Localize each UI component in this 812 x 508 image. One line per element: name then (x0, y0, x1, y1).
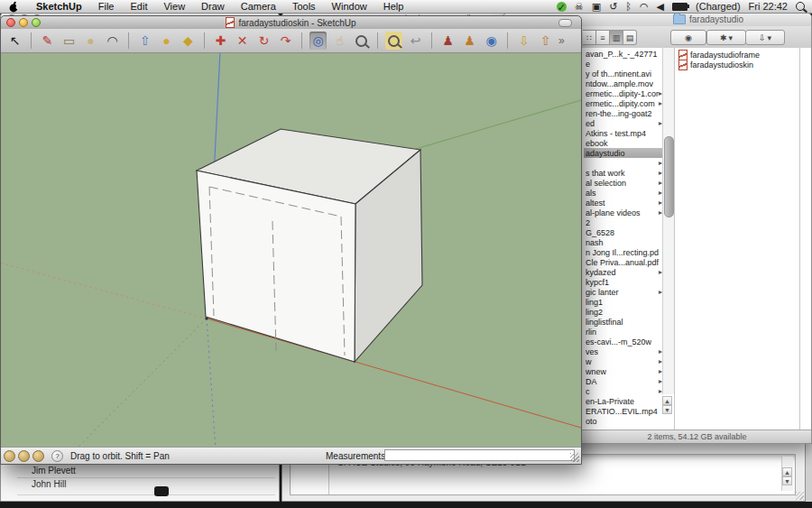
pushpull-tool[interactable]: ⇧ (136, 32, 153, 50)
file-row[interactable]: faradaystudioskin (678, 60, 796, 69)
file-row[interactable]: al selection▸ (586, 178, 662, 188)
menu-camera[interactable]: Camera (233, 1, 284, 12)
previous-view-tool[interactable]: ↩ (407, 32, 424, 50)
file-row[interactable]: rlin▸ (586, 327, 662, 337)
zoom-tool[interactable] (353, 32, 370, 50)
scroll-down-button[interactable]: ▼ (662, 405, 672, 414)
rectangle-tool[interactable]: ▭ (60, 32, 78, 50)
scroll-up-button[interactable]: ▲ (662, 396, 672, 405)
file-row[interactable]: ERATIO...EVIL.mp4▸ (586, 406, 662, 416)
resize-grip[interactable] (796, 492, 804, 500)
file-row[interactable]: wnew▸ (586, 366, 662, 376)
arc-tool[interactable]: ◠ (104, 32, 121, 50)
icon-view-button[interactable]: ∷ (583, 30, 596, 45)
file-row[interactable]: G_6528▸ (586, 227, 662, 237)
file-row[interactable]: ermetic...dipity-1.com▸ (586, 88, 662, 98)
contact-name[interactable]: Jim Plevett (32, 466, 76, 476)
file-row[interactable]: Atkins - test.mp4▸ (586, 128, 662, 138)
zoom-extents-tool[interactable] (385, 32, 402, 50)
file-row[interactable]: adaystudio▸ (584, 148, 672, 158)
select-tool[interactable]: ↖ (6, 32, 23, 50)
file-row[interactable]: kypcf1▸ (586, 277, 662, 287)
move-tool[interactable]: ✚ (212, 32, 229, 50)
rotate-tool[interactable]: ↻ (255, 32, 272, 50)
file-row[interactable]: nash▸ (586, 237, 662, 247)
column1-scrollbar[interactable] (662, 48, 674, 394)
file-row[interactable]: ling2▸ (586, 307, 662, 317)
credit-icon[interactable] (18, 450, 30, 462)
file-row[interactable]: ebook▸ (586, 138, 662, 148)
file-row[interactable]: als▸ (586, 188, 662, 198)
toolbar-toggle-pill[interactable] (558, 19, 572, 27)
resize-grip[interactable] (570, 453, 579, 462)
file-row[interactable]: kydazed▸ (586, 267, 662, 277)
file-row[interactable]: ▸ (586, 158, 662, 168)
file-row[interactable]: ves▸ (586, 346, 662, 356)
model-canvas[interactable] (1, 53, 581, 448)
file-row[interactable]: e▸ (586, 59, 662, 69)
coverflow-view-button[interactable]: ▤ (623, 30, 637, 45)
file-row[interactable]: gic lanter▸ (586, 287, 662, 297)
battery-icon[interactable] (672, 3, 687, 11)
get-models-tool[interactable]: ⇩ (515, 32, 532, 50)
file-row[interactable]: ntdow...ample.mov▸ (586, 79, 662, 88)
apple-menu-icon[interactable] (9, 1, 19, 13)
dropdown-menu-button[interactable]: ⇩▾ (745, 30, 785, 45)
file-row[interactable]: c▸ (586, 386, 662, 396)
contact-name[interactable]: John Hill (32, 479, 66, 489)
geolocation-icon[interactable] (4, 450, 15, 462)
file-row[interactable]: al-plane videos▸ (586, 208, 662, 217)
menu-file[interactable]: File (90, 1, 123, 12)
file-row[interactable]: oto▸ (586, 416, 662, 426)
skull-icon[interactable]: ☠ (575, 1, 584, 12)
file-row[interactable]: avan_P...k_-_42771▸ (586, 49, 662, 59)
menu-window[interactable]: Window (324, 1, 375, 12)
orbit-tool[interactable]: ◎ (309, 32, 327, 50)
file-row[interactable]: Cle Priva...anual.pdf▸ (586, 257, 662, 267)
add-location-tool[interactable]: ♟ (439, 32, 457, 50)
help-icon[interactable]: ? (51, 450, 63, 462)
column-view-button[interactable]: ▥ (610, 30, 623, 45)
file-row[interactable]: w▸ (586, 356, 662, 366)
file-row[interactable]: ermetic...dipity.com▸ (586, 98, 662, 108)
list-view-button[interactable]: ≡ (596, 30, 610, 45)
file-row[interactable]: ling1▸ (586, 297, 662, 307)
file-row[interactable]: en-La-Private▸ (586, 396, 662, 406)
sync-ok-icon[interactable]: ✓ (557, 2, 567, 12)
time-machine-icon[interactable]: ↺ (609, 1, 617, 12)
quick-look-button[interactable]: ◉ (670, 30, 706, 45)
file-row[interactable]: ed▸ (586, 118, 662, 128)
volume-icon[interactable]: ◀ (657, 1, 664, 12)
share-model-tool[interactable]: ⇧ (537, 32, 554, 50)
file-row[interactable]: es-cavi...-m_520w▸ (586, 337, 662, 346)
line-tool[interactable]: ✎ (39, 32, 56, 50)
menu-help[interactable]: Help (375, 1, 412, 12)
followme-tool[interactable]: ↷ (277, 32, 294, 50)
sketchup-titlebar[interactable]: faradaystudioskin - SketchUp (1, 16, 581, 30)
tape-measure-tool[interactable]: ● (158, 32, 175, 50)
google-earth-tool[interactable]: ◉ (483, 32, 500, 50)
file-row[interactable]: altest▸ (586, 198, 662, 208)
wifi-icon[interactable]: ◠ (640, 1, 649, 12)
menu-draw[interactable]: Draw (193, 1, 233, 12)
action-menu-button[interactable]: ✱▾ (706, 30, 746, 45)
scrollbar-thumb[interactable] (664, 136, 674, 217)
scroll-down-button[interactable]: ▼ (782, 476, 792, 485)
menu-view[interactable]: View (155, 1, 193, 12)
file-row[interactable]: DA▸ (586, 376, 662, 386)
file-row[interactable]: 2▸ (586, 217, 662, 227)
file-row[interactable]: ren-the...ing-goat2▸ (586, 108, 662, 118)
menu-sketchup[interactable]: SketchUp (28, 1, 90, 12)
file-row[interactable]: s that work▸ (586, 168, 662, 178)
scroll-up-button[interactable]: ▲ (782, 467, 792, 476)
battery-status[interactable]: (Charged) (696, 1, 741, 12)
file-row[interactable]: n Jong Il...recting.pdf▸ (586, 247, 662, 257)
measurements-input[interactable] (384, 449, 575, 461)
menu-clock[interactable]: Fri 22:42 (749, 1, 788, 12)
model-info-icon[interactable] (32, 450, 44, 462)
toolbar-overflow-chevron[interactable]: » (558, 34, 565, 47)
menu-tools[interactable]: Tools (284, 1, 324, 12)
file-row[interactable]: linglistfinal▸ (586, 317, 662, 327)
spotlight-icon[interactable] (796, 2, 805, 11)
bluetooth-icon[interactable]: ᛒ (625, 1, 632, 12)
